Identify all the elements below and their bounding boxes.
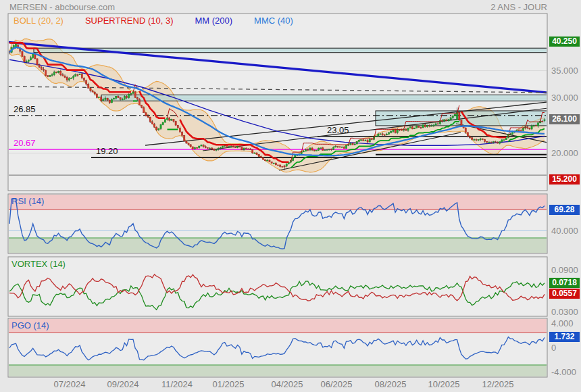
vortex-panel-label: VORTEX (14): [11, 259, 66, 269]
date-label: 04/2025: [272, 379, 303, 389]
price-axis-label: 20.000: [551, 148, 578, 158]
date-label: 12/2025: [482, 379, 514, 389]
main-chart-svg[interactable]: [0, 0, 581, 392]
last-price-badge: 26.100: [549, 114, 580, 124]
date-label: 10/2025: [428, 379, 460, 389]
date-label: 08/2025: [375, 379, 407, 389]
level-label-26.85: 26.85: [14, 104, 36, 114]
date-label: 11/2024: [161, 379, 193, 389]
level-label-23.05: 23.05: [327, 125, 349, 135]
vortex-axis-label: 0.0900: [551, 265, 578, 275]
date-label: 01/2025: [213, 379, 245, 389]
pgo-axis-label: 4.000: [551, 318, 574, 328]
legend-item-2: MM (200): [195, 16, 232, 26]
vortex-value-badge-0: 0.0718: [549, 278, 580, 288]
vortex-value-badge-1: 0.0557: [549, 289, 580, 299]
date-label: 07/2024: [54, 379, 86, 389]
date-label: 09/2024: [107, 379, 139, 389]
indicator-legend: BOLL (20, 2)SUPERTREND (10, 3)MM (200)MM…: [14, 16, 293, 26]
low-badge: 15.200: [549, 174, 580, 185]
level-label-20.67: 20.67: [14, 138, 36, 148]
rsi-axis-label: 40.000: [551, 226, 578, 236]
panel-bg-2: [8, 257, 547, 316]
level-label-19.20: 19.20: [96, 146, 118, 156]
vortex-axis-label: 0.0300: [551, 307, 578, 317]
pgo-axis-label: 0: [551, 343, 556, 353]
legend-item-0: BOLL (20, 2): [14, 16, 64, 26]
chart-page: MERSEN - abcbourse.com 2 ANS - JOUR BOLL…: [0, 0, 581, 392]
pgo-value-badge: 1.732: [549, 332, 580, 342]
pgo-panel-label: PGO (14): [11, 320, 49, 330]
price-axis-label: 35.000: [551, 66, 578, 76]
price-axis-label: 30.000: [551, 93, 578, 103]
rsi-value-badge: 69.28: [549, 205, 580, 215]
rsi-panel-label: RSI (14): [11, 196, 44, 206]
pgo-axis-label: -4.000: [551, 367, 576, 377]
legend-item-3: MMC (40): [254, 16, 293, 26]
legend-item-1: SUPERTREND (10, 3): [85, 16, 174, 26]
date-label: 06/2025: [321, 379, 353, 389]
high-badge: 40.250: [549, 36, 580, 47]
